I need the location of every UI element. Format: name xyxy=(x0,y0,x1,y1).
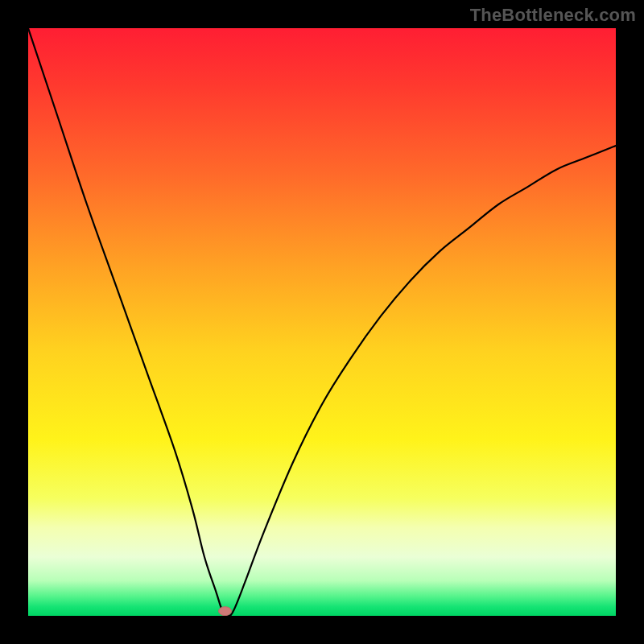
gradient-background xyxy=(28,28,616,616)
chart-svg xyxy=(28,28,616,616)
plot-area xyxy=(28,28,616,616)
watermark-text: TheBottleneck.com xyxy=(470,5,636,26)
min-marker xyxy=(219,607,232,616)
chart-frame: TheBottleneck.com xyxy=(0,0,644,644)
